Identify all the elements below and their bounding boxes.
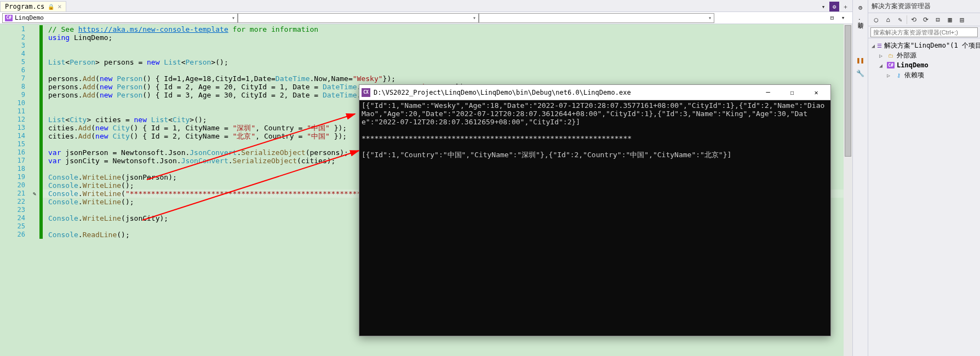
sync-icon[interactable]: ⟲: [908, 14, 919, 25]
maximize-button[interactable]: ☐: [780, 85, 804, 100]
document-tab-bar: Program.cs 🔒 × ▾ ⚙ ＋: [0, 0, 852, 12]
expand-icon[interactable]: ▷: [887, 72, 892, 78]
tab-program-cs[interactable]: Program.cs 🔒 ×: [0, 1, 66, 12]
tools-icon[interactable]: 🔧: [855, 68, 866, 79]
split-icon[interactable]: ⊟: [827, 13, 837, 23]
solution-search: [868, 26, 980, 38]
tab-gear-icon[interactable]: ⚙: [829, 2, 839, 12]
chevron-down-icon: ▾: [232, 15, 235, 21]
wand-icon[interactable]: ✎: [895, 14, 906, 25]
dependencies-icon: ⚷: [895, 71, 902, 79]
expand-icon[interactable]: ◢: [879, 62, 885, 68]
solution-root[interactable]: ◢ ☰ 解决方案"LinqDemo"(1 个项目/共: [869, 41, 979, 50]
folder-icon: 🗀: [887, 51, 895, 59]
properties-icon[interactable]: ▤: [956, 14, 967, 25]
expand-icon[interactable]: ◢: [872, 43, 875, 49]
solution-explorer: 解决方案资源管理器 ◯ ⌂ ✎ ⟲ ⟳ ⊟ ▦ ▤ ◢ ☰ 解决方案"LinqD…: [868, 0, 980, 356]
type-combo[interactable]: ▾: [238, 13, 479, 23]
console-title: D:\VS2022_Project\LinqDemo\LinqDemo\bin\…: [374, 89, 756, 96]
scope-combo[interactable]: C# LinqDemo ▾: [2, 13, 238, 23]
console-window[interactable]: CX D:\VS2022_Project\LinqDemo\LinqDemo\b…: [359, 84, 831, 336]
console-output[interactable]: [{"Id":1,"Name":"Wesky","Age":18,"Date":…: [359, 100, 830, 336]
solution-tree[interactable]: ◢ ☰ 解决方案"LinqDemo"(1 个项目/共 ▷ 🗀 外部源 ◢ C# …: [868, 38, 980, 356]
project-node[interactable]: ◢ C# LinqDemo: [869, 60, 979, 70]
back-icon[interactable]: ◯: [870, 14, 881, 25]
external-sources[interactable]: ▷ 🗀 外部源: [869, 50, 979, 60]
diagnostics-label[interactable]: 诊断...: [856, 18, 864, 28]
navigation-bar: C# LinqDemo ▾ ▾ ▾ ⊟ ▾: [0, 12, 852, 24]
csharp-icon: C#: [5, 15, 13, 21]
solution-search-input[interactable]: [870, 27, 978, 37]
scrollbar-thumb[interactable]: [845, 25, 851, 157]
csharp-project-icon: C#: [887, 62, 895, 68]
showall-icon[interactable]: ▦: [944, 14, 955, 25]
close-button[interactable]: ✕: [804, 85, 828, 100]
console-titlebar[interactable]: CX D:\VS2022_Project\LinqDemo\LinqDemo\b…: [359, 85, 830, 100]
collapse-icon[interactable]: ⊟: [932, 14, 943, 25]
solution-toolbar: ◯ ⌂ ✎ ⟲ ⟳ ⊟ ▦ ▤: [868, 13, 980, 26]
line-number-gutter: 1234567891011121314151617181920212223242…: [0, 24, 30, 356]
vertical-scrollbar[interactable]: [844, 24, 852, 356]
solution-explorer-title: 解决方案资源管理器: [868, 0, 980, 13]
dependencies-node[interactable]: ▷ ⚷ 依赖项: [869, 70, 979, 80]
console-app-icon: CX: [362, 88, 370, 97]
tab-close-icon[interactable]: ×: [58, 3, 61, 10]
pin-icon[interactable]: 🔒: [48, 4, 54, 10]
right-toolwindow-strip: ⚙ 诊断... ❚❚ 🔧: [852, 0, 868, 356]
chevron-down-icon: ▾: [708, 15, 712, 21]
tab-label: Program.cs: [5, 3, 44, 10]
pause-icon[interactable]: ❚❚: [855, 55, 866, 66]
gear-icon[interactable]: ⚙: [855, 2, 866, 13]
member-combo[interactable]: ▾: [479, 13, 714, 23]
chevron-down-icon: ▾: [473, 15, 476, 21]
expand-icon[interactable]: ▷: [879, 53, 885, 59]
tab-dropdown-icon[interactable]: ▾: [818, 2, 828, 12]
refresh-icon[interactable]: ⟳: [920, 14, 931, 25]
home-icon[interactable]: ⌂: [882, 14, 893, 25]
tab-plus-icon[interactable]: ＋: [840, 2, 850, 12]
glyph-margin: ✎: [30, 24, 39, 356]
minimize-button[interactable]: ─: [756, 85, 780, 100]
chevron-down-icon[interactable]: ▾: [838, 13, 848, 23]
solution-icon: ☰: [877, 42, 882, 49]
